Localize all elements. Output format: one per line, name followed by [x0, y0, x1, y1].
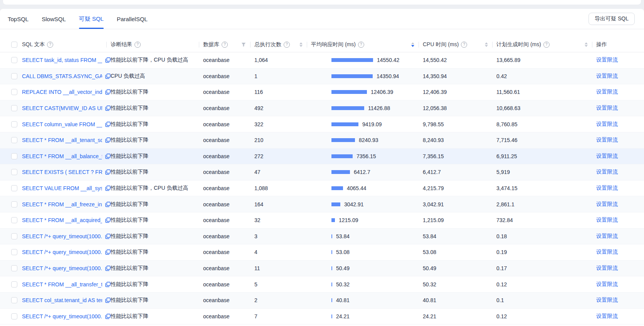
plan-gen-time-value: 11,560.61 — [496, 89, 596, 95]
sql-text-link[interactable]: REPLACE INTO __all_vector_inde... — [22, 89, 102, 95]
sql-text-link[interactable]: CALL DBMS_STATS.ASYNC_GAT... — [22, 73, 102, 79]
copy-icon[interactable] — [105, 169, 111, 175]
help-icon[interactable] — [358, 42, 364, 48]
set-throttle-link[interactable]: 设置限流 — [596, 121, 618, 128]
help-icon[interactable] — [461, 42, 467, 48]
sql-text-link[interactable]: SELECT /*+ query_timeout(1000... — [22, 313, 102, 319]
copy-icon[interactable] — [105, 89, 111, 95]
sql-text-link[interactable]: SELECT column_value FROM __a... — [22, 121, 102, 127]
help-icon[interactable] — [284, 42, 290, 48]
sql-text-link[interactable]: SELECT * FROM __all_tenant_sch... — [22, 137, 102, 143]
export-suspicious-sql-button[interactable]: 导出可疑 SQL — [589, 13, 635, 25]
executions-count: 272 — [254, 153, 311, 159]
row-checkbox[interactable] — [11, 185, 17, 191]
copy-icon[interactable] — [105, 298, 111, 303]
set-throttle-link[interactable]: 设置限流 — [596, 265, 618, 272]
tab-parallelsql[interactable]: ParallelSQL — [117, 9, 148, 29]
sql-text-link[interactable]: SELECT CAST(MVIEW_ID AS UN... — [22, 105, 102, 111]
avg-response-value: 53.08 — [336, 249, 350, 255]
copy-icon[interactable] — [105, 266, 111, 271]
row-checkbox[interactable] — [11, 249, 17, 255]
avg-response-bar — [331, 298, 332, 302]
copy-icon[interactable] — [105, 234, 111, 239]
row-checkbox[interactable] — [11, 105, 17, 111]
set-throttle-link[interactable]: 设置限流 — [596, 73, 618, 80]
avg-response-value: 53.84 — [336, 233, 350, 239]
help-icon[interactable] — [47, 42, 53, 48]
set-throttle-link[interactable]: 设置限流 — [596, 89, 618, 95]
set-throttle-link[interactable]: 设置限流 — [596, 185, 618, 192]
row-checkbox[interactable] — [11, 265, 17, 271]
set-throttle-link[interactable]: 设置限流 — [596, 281, 618, 288]
filter-icon[interactable] — [241, 42, 246, 47]
row-checkbox[interactable] — [11, 233, 17, 239]
sql-text-link[interactable]: SELECT /*+ query_timeout(1000... — [22, 249, 102, 255]
copy-icon[interactable] — [105, 249, 111, 255]
row-checkbox[interactable] — [11, 73, 17, 79]
sql-text-link[interactable]: SELECT col_stat.tenant_id AS ten... — [22, 297, 102, 303]
diagnosis-text: 性能比以前下降 — [111, 297, 203, 304]
copy-icon[interactable] — [105, 137, 111, 143]
avg-response-bar — [331, 186, 343, 190]
copy-icon[interactable] — [105, 202, 111, 207]
sql-text-link[interactable]: SELECT * FROM __all_freeze_info... — [22, 201, 102, 207]
copy-icon[interactable] — [105, 282, 111, 287]
row-checkbox[interactable] — [11, 121, 17, 127]
tab-topsql[interactable]: TopSQL — [8, 9, 29, 29]
sql-text-link[interactable]: SELECT /*+ query_timeout(1000... — [22, 265, 102, 271]
sort-control-cpu-time[interactable] — [485, 42, 488, 47]
row-checkbox[interactable] — [11, 153, 17, 159]
sql-text-link[interactable]: SELECT VALUE FROM __all_sys_s... — [22, 185, 102, 191]
copy-icon[interactable] — [105, 154, 111, 159]
row-checkbox[interactable] — [11, 169, 17, 175]
set-throttle-link[interactable]: 设置限流 — [596, 153, 618, 160]
tab-slowsql[interactable]: SlowSQL — [42, 9, 66, 29]
row-checkbox[interactable] — [11, 297, 17, 303]
sql-text-link[interactable]: SELECT /*+ query_timeout(1000... — [22, 233, 102, 239]
executions-count: 7 — [254, 313, 311, 319]
sql-text-link[interactable]: SELECT EXISTS ( SELECT ? FROM... — [22, 169, 102, 175]
copy-icon[interactable] — [105, 314, 111, 319]
copy-icon[interactable] — [105, 57, 111, 63]
sql-text-link[interactable]: SELECT * FROM __all_transfer_ta... — [22, 281, 102, 288]
row-checkbox[interactable] — [11, 201, 17, 207]
caret-up-icon — [411, 42, 414, 44]
help-icon[interactable] — [222, 42, 228, 48]
plan-gen-time-value: 2,861.1 — [496, 201, 596, 207]
copy-icon[interactable] — [105, 186, 111, 191]
copy-icon[interactable] — [105, 122, 111, 127]
set-throttle-link[interactable]: 设置限流 — [596, 297, 618, 304]
set-throttle-link[interactable]: 设置限流 — [596, 313, 618, 320]
sql-text-link[interactable]: SELECT task_id, status FROM __a... — [22, 57, 102, 63]
set-throttle-link[interactable]: 设置限流 — [596, 57, 618, 64]
row-checkbox[interactable] — [11, 137, 17, 143]
help-icon[interactable] — [543, 42, 550, 48]
copy-icon[interactable] — [105, 74, 111, 79]
set-throttle-link[interactable]: 设置限流 — [596, 105, 618, 112]
copy-icon[interactable] — [105, 217, 111, 223]
help-icon[interactable] — [135, 42, 141, 48]
row-checkbox[interactable] — [11, 281, 17, 288]
set-throttle-link[interactable]: 设置限流 — [596, 201, 618, 208]
row-checkbox[interactable] — [11, 313, 17, 319]
row-checkbox[interactable] — [11, 89, 17, 95]
sql-text-link[interactable]: SELECT * FROM __all_acquired_s... — [22, 217, 102, 223]
set-throttle-link[interactable]: 设置限流 — [596, 137, 618, 144]
set-throttle-link[interactable]: 设置限流 — [596, 169, 618, 176]
set-throttle-link[interactable]: 设置限流 — [596, 233, 618, 240]
sort-control-executions[interactable] — [299, 42, 303, 47]
sort-control-avg-response-time-active-desc[interactable] — [411, 42, 414, 47]
set-throttle-link[interactable]: 设置限流 — [596, 249, 618, 256]
avg-response-value: 50.49 — [336, 265, 350, 271]
set-throttle-link[interactable]: 设置限流 — [596, 217, 618, 224]
sql-text-link[interactable]: SELECT * FROM __all_balance_ta... — [22, 153, 102, 159]
sort-control-plan-gen-time[interactable] — [585, 42, 588, 47]
row-checkbox[interactable] — [11, 217, 17, 223]
executions-count: 1 — [254, 73, 311, 79]
row-checkbox[interactable] — [11, 57, 17, 63]
avg-response-value: 7356.15 — [356, 153, 376, 159]
select-all-checkbox[interactable] — [11, 42, 17, 48]
cpu-time-value: 4,215.79 — [423, 185, 496, 191]
tab-suspicious-sql[interactable]: 可疑 SQL — [79, 9, 104, 29]
copy-icon[interactable] — [105, 105, 111, 111]
